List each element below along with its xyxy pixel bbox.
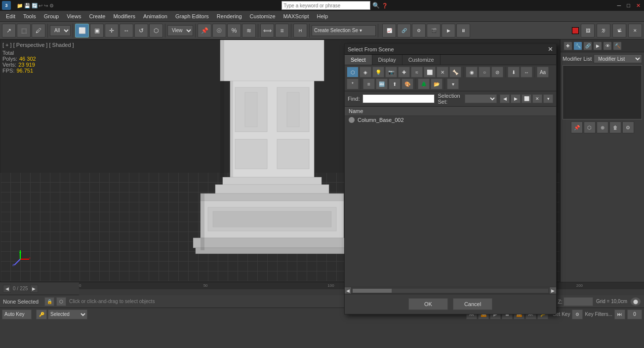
display-subtree-btn[interactable]: 🌲: [418, 78, 430, 89]
move-btn[interactable]: ↔: [120, 24, 133, 38]
window-controls[interactable]: ─ □ ✕: [616, 2, 642, 9]
search-icon[interactable]: 🔍: [372, 2, 380, 9]
percent-snap-btn[interactable]: %: [227, 24, 241, 38]
spacewarp-filter-btn[interactable]: ≈: [411, 67, 423, 77]
menu-group[interactable]: Group: [40, 12, 63, 20]
minimize-button[interactable]: ─: [616, 2, 623, 9]
rotate-btn[interactable]: ↺: [134, 24, 148, 38]
display-tab-btn[interactable]: 👁: [603, 41, 612, 50]
help-icon[interactable]: ❓: [382, 3, 388, 8]
all-filter-btn[interactable]: ◉: [466, 67, 478, 77]
dialog-close-button[interactable]: ✕: [548, 45, 553, 53]
align-btn[interactable]: ≡: [275, 24, 289, 38]
utilities-tab-btn[interactable]: 🔨: [613, 41, 622, 50]
freeform-btn[interactable]: 🖊: [32, 24, 45, 38]
sort-alpha-btn[interactable]: 🔤: [376, 78, 388, 89]
select-object-btn[interactable]: ⬜: [75, 24, 89, 38]
select-region-rect-btn[interactable]: ▣: [90, 24, 104, 38]
configure-btn[interactable]: ⚙: [622, 121, 634, 133]
expand-all-btn[interactable]: 📂: [431, 78, 443, 89]
render-setup-btn[interactable]: 🎬: [427, 24, 441, 38]
shape-filter-btn[interactable]: ◈: [360, 67, 371, 77]
case-sensitive-btn[interactable]: Aa: [537, 67, 549, 77]
select-all-btn[interactable]: ⬜: [522, 94, 531, 103]
groups-filter-btn[interactable]: ⬜: [424, 67, 436, 77]
create-tab-btn[interactable]: ✚: [564, 41, 572, 50]
motion-tab-btn[interactable]: ▶: [593, 41, 602, 50]
ram-player-btn[interactable]: 📽: [612, 24, 626, 38]
select-region-btn[interactable]: ⬚: [17, 24, 31, 38]
tab-select[interactable]: Select: [345, 55, 372, 65]
render-btn[interactable]: ▶: [442, 24, 455, 38]
list-items-area[interactable]: Column_Base_002 ◀ ▶: [345, 116, 556, 294]
invert-filter-btn[interactable]: ⊘: [491, 67, 503, 77]
list-item[interactable]: Column_Base_002: [345, 116, 556, 124]
make-unique-btn[interactable]: ⊕: [597, 121, 608, 133]
filter-options-btn[interactable]: ▾: [447, 78, 459, 89]
go-to-frame-btn[interactable]: ⏭: [614, 309, 625, 319]
menu-modifiers[interactable]: Modifiers: [109, 12, 139, 20]
material-editor-btn[interactable]: ⚙: [412, 24, 426, 38]
lock-selection-btn[interactable]: 🔒: [44, 297, 54, 306]
find-prev-btn[interactable]: ◀: [500, 94, 510, 103]
schematic-view-btn[interactable]: 🔗: [397, 24, 411, 38]
autokey-dropdown[interactable]: Selected: [48, 309, 87, 319]
timeline-collapse-btn[interactable]: ▶: [30, 285, 38, 293]
sort-type-btn[interactable]: ⬆: [389, 78, 401, 89]
menu-animation[interactable]: Animation: [139, 12, 171, 20]
set-key-btn[interactable]: ⚙: [572, 309, 583, 319]
tab-display[interactable]: Display: [372, 55, 402, 65]
sort-color-btn[interactable]: 🎨: [402, 78, 413, 89]
color-swatch[interactable]: [572, 27, 579, 34]
env-effects-btn[interactable]: 🌫: [597, 24, 610, 38]
view-dropdown[interactable]: View: [167, 25, 193, 36]
modifier-list-dropdown[interactable]: Modifier List: [594, 54, 642, 63]
deselect-all-btn[interactable]: ✕: [532, 94, 542, 103]
pin-stack-btn[interactable]: 📌: [571, 121, 583, 133]
maximize-button[interactable]: □: [625, 2, 632, 9]
ok-button[interactable]: OK: [408, 298, 448, 310]
scrollbar-thumb[interactable]: [353, 289, 392, 293]
key-mode-btn[interactable]: ⬤: [630, 297, 641, 306]
modify-tab-btn[interactable]: 🔧: [573, 41, 582, 50]
scale-btn[interactable]: ⬡: [149, 24, 163, 38]
find-next-btn[interactable]: ▶: [511, 94, 521, 103]
cancel-button[interactable]: Cancel: [453, 298, 492, 310]
bone-filter-btn[interactable]: 🦴: [449, 67, 461, 77]
filter-down-btn[interactable]: ▾: [543, 94, 553, 103]
frame-input[interactable]: [627, 309, 642, 319]
helper-filter-btn[interactable]: ✚: [398, 67, 410, 77]
partial-match-btn[interactable]: *: [347, 78, 359, 89]
menu-help[interactable]: Help: [313, 12, 332, 20]
menu-customize[interactable]: Customize: [246, 12, 280, 20]
none-filter-btn[interactable]: ○: [479, 67, 490, 77]
create-selection-dropdown[interactable]: Create Selection Se ▾: [312, 25, 376, 36]
light-filter-btn[interactable]: 💡: [372, 67, 384, 77]
menu-graph-editors[interactable]: Graph Editors: [171, 12, 213, 20]
menu-views[interactable]: Views: [63, 12, 85, 20]
list-types-btn[interactable]: ≡: [363, 78, 375, 89]
angle-snap-btn[interactable]: ⦾: [212, 24, 226, 38]
hierarchy-tab-btn[interactable]: 🔗: [583, 41, 592, 50]
camera-filter-btn[interactable]: 📷: [385, 67, 397, 77]
snap-toggle-btn[interactable]: 📌: [198, 24, 211, 38]
select-from-scene-btn[interactable]: H: [293, 24, 307, 38]
mirror-btn[interactable]: ⟺: [260, 24, 274, 38]
set-keys-btn[interactable]: 🔑: [36, 309, 47, 319]
render-type-btn[interactable]: 🖼: [581, 24, 595, 38]
scroll-left-btn[interactable]: ◀: [345, 287, 352, 294]
xref-filter-btn[interactable]: ✕: [437, 67, 448, 77]
show-end-result-btn[interactable]: ⬡: [584, 121, 596, 133]
select-subtree-btn[interactable]: ⬇: [508, 67, 520, 77]
tab-customize[interactable]: Customize: [402, 55, 441, 65]
menu-tools[interactable]: Tools: [19, 12, 40, 20]
dialog-scrollbar-area[interactable]: ◀ ▶: [345, 287, 556, 294]
select-dependents-btn[interactable]: ↔: [521, 67, 532, 77]
menu-maxscript[interactable]: MAXScript: [280, 12, 313, 20]
spinner-snap-btn[interactable]: ≋: [242, 24, 256, 38]
timeline-expand-btn[interactable]: ◀: [3, 285, 11, 293]
scroll-right-btn[interactable]: ▶: [549, 287, 556, 294]
geo-filter-btn[interactable]: ⬡: [347, 67, 359, 77]
select-move-btn[interactable]: ✛: [105, 24, 119, 38]
find-input[interactable]: [362, 94, 435, 103]
